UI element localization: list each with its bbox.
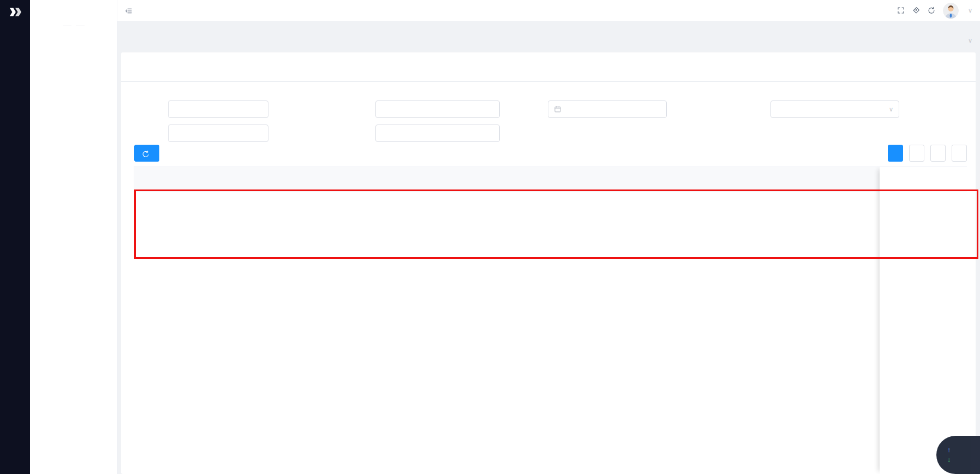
pay-method-select[interactable]: ∨	[770, 100, 899, 118]
action-column	[880, 167, 967, 474]
collapse-icon	[125, 7, 132, 14]
upload-arrow-icon: ↑	[947, 446, 951, 454]
action-column-header	[880, 167, 967, 192]
table-header	[134, 167, 967, 192]
sidebar	[30, 0, 117, 474]
total-range-box	[375, 100, 500, 118]
address-input[interactable]	[375, 125, 500, 142]
breadcrumb-bar: ∨	[117, 0, 980, 22]
content-card: ∨	[121, 52, 976, 474]
orders-table	[134, 167, 967, 474]
total-min-input[interactable]	[381, 105, 422, 114]
download-arrow-icon: ↓	[947, 456, 951, 464]
filter-order-time	[512, 100, 667, 118]
filter-total-range	[338, 100, 500, 118]
network-speed-widget: ↑ ↓	[936, 436, 980, 474]
workspace-tabs: ∨	[117, 22, 980, 52]
logo-icon	[9, 7, 22, 17]
refresh-icon[interactable]	[928, 7, 936, 15]
app-logo[interactable]	[0, 0, 30, 24]
reset-button[interactable]	[909, 145, 924, 162]
toolbar	[134, 145, 967, 162]
show-fields-button[interactable]	[930, 145, 946, 162]
main-area: ∨ ∨	[117, 0, 980, 474]
avatar-image	[943, 3, 959, 19]
search-button[interactable]	[888, 145, 903, 162]
chevron-down-icon: ∨	[889, 106, 893, 113]
nav-rail	[0, 0, 30, 474]
filter-address	[338, 125, 500, 142]
admin-dashboard: ∨ ∨	[0, 0, 980, 474]
filter-platform	[134, 125, 268, 142]
refresh-button[interactable]	[134, 145, 159, 162]
export-data-button[interactable]	[952, 145, 967, 162]
chevron-down-icon: ∨	[968, 37, 972, 44]
filter-order-no	[134, 100, 268, 118]
total-max-input[interactable]	[431, 105, 471, 114]
status-tabs	[121, 52, 976, 82]
avatar[interactable]	[943, 3, 959, 19]
fullscreen-icon[interactable]	[897, 7, 905, 15]
refresh-icon	[142, 150, 148, 157]
user-menu[interactable]: ∨	[966, 7, 972, 14]
sidebar-section-label	[30, 19, 117, 33]
date-range-picker[interactable]	[548, 100, 667, 118]
theme-icon[interactable]	[912, 7, 921, 15]
sidebar-collapse-button[interactable]	[125, 7, 132, 14]
calendar-icon	[554, 105, 561, 113]
chevron-down-icon: ∨	[968, 7, 972, 14]
filter-pay-method: ∨	[734, 100, 899, 118]
order-no-input[interactable]	[168, 100, 268, 118]
platform-input[interactable]	[168, 125, 268, 142]
tabs-more-dropdown[interactable]: ∨	[966, 37, 972, 44]
sidebar-title	[30, 0, 117, 19]
